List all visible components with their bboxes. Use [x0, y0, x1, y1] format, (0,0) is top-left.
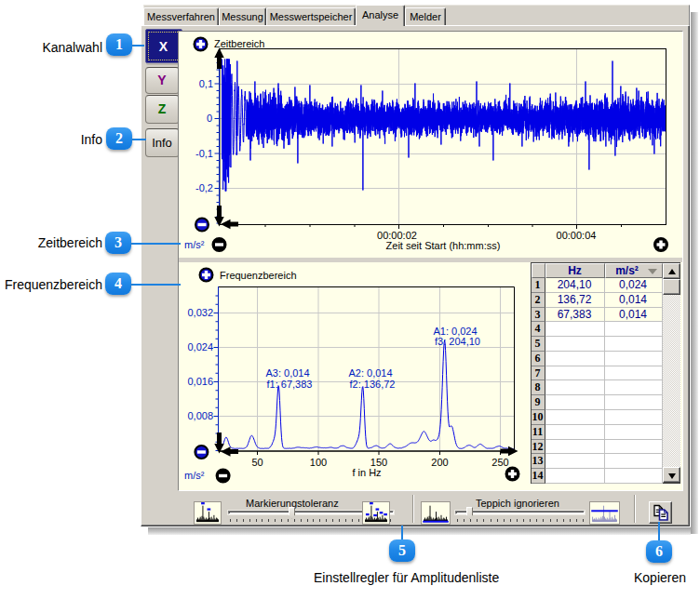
- svg-text:00:00:04: 00:00:04: [557, 230, 597, 241]
- svg-text:0,008: 0,008: [187, 410, 213, 421]
- svg-text:200: 200: [431, 457, 448, 468]
- svg-text:f1: 67,383: f1: 67,383: [267, 379, 313, 390]
- svg-text:f in Hz: f in Hz: [352, 467, 381, 478]
- svg-text:A3: 0,014: A3: 0,014: [265, 367, 309, 379]
- svg-text:0,1: 0,1: [199, 78, 213, 89]
- svg-text:0,032: 0,032: [187, 307, 213, 318]
- svg-text:100: 100: [310, 457, 327, 468]
- svg-text:00:00:02: 00:00:02: [377, 230, 417, 241]
- svg-text:m/s²: m/s²: [184, 239, 205, 250]
- svg-text:A2: 0,014: A2: 0,014: [348, 367, 392, 379]
- svg-text:250: 250: [491, 457, 508, 468]
- svg-text:Frequenzbereich: Frequenzbereich: [220, 270, 297, 281]
- svg-text:Zeit seit Start (hh:mm:ss): Zeit seit Start (hh:mm:ss): [386, 240, 501, 251]
- svg-text:-0,1: -0,1: [195, 148, 213, 159]
- svg-text:m/s²: m/s²: [184, 470, 205, 481]
- svg-text:50: 50: [251, 457, 262, 468]
- svg-text:0,024: 0,024: [187, 341, 213, 353]
- svg-text:Zeitbereich: Zeitbereich: [214, 38, 264, 49]
- svg-text:f3: 204,10: f3: 204,10: [435, 336, 480, 347]
- svg-text:-0,2: -0,2: [195, 182, 213, 193]
- svg-text:0,016: 0,016: [187, 376, 213, 387]
- svg-text:0: 0: [207, 113, 212, 124]
- svg-text:f2: 136,72: f2: 136,72: [350, 379, 396, 390]
